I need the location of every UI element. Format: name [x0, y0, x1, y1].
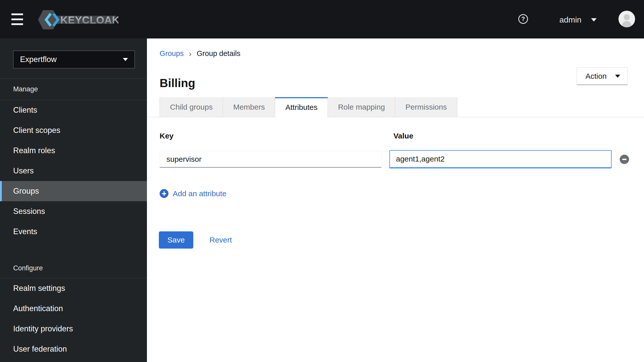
logo-hexagon	[38, 10, 58, 29]
main-content: Groups › Group details Billing Action Ch…	[147, 38, 644, 362]
sidebar: Expertflow Manage Clients Client scopes …	[0, 38, 147, 362]
keycloak-admin-console: KEYCLOAK ? admin Expertflow Manage	[0, 0, 644, 362]
nav-section-configure: Configure	[0, 258, 147, 278]
action-dropdown-button[interactable]: Action	[577, 67, 628, 85]
sidebar-item-sessions[interactable]: Sessions	[0, 201, 147, 222]
breadcrumb-separator-icon: ›	[189, 50, 192, 57]
attribute-value-input[interactable]	[389, 150, 612, 168]
action-label: Action	[585, 72, 607, 81]
masthead: KEYCLOAK ? admin	[0, 0, 644, 38]
attribute-key-input[interactable]	[160, 151, 382, 168]
breadcrumb-groups-link[interactable]: Groups	[160, 49, 184, 58]
revert-link[interactable]: Revert	[210, 231, 232, 249]
breadcrumb-current: Group details	[197, 49, 240, 58]
realm-switcher[interactable]: Expertflow	[13, 51, 135, 68]
minus-circle-icon	[622, 159, 627, 160]
page-title: Billing	[160, 76, 195, 90]
realm-name: Expertflow	[20, 55, 57, 64]
sidebar-item-authentication[interactable]: Authentication	[0, 298, 147, 319]
tab-role-mapping[interactable]: Role mapping	[328, 97, 395, 117]
sidebar-item-client-scopes[interactable]: Client scopes	[0, 120, 147, 140]
sidebar-item-realm-settings[interactable]: Realm settings	[0, 278, 147, 298]
sidebar-item-events[interactable]: Events	[0, 222, 147, 242]
sidebar-item-user-federation[interactable]: User federation	[0, 339, 147, 359]
avatar[interactable]	[618, 11, 635, 27]
help-glyph: ?	[521, 16, 525, 22]
value-column-header: Value	[393, 132, 413, 140]
tab-bar: Child groups Members Attributes Role map…	[147, 97, 644, 117]
realm-switcher-wrap: Expertflow	[0, 38, 147, 78]
caret-down-icon	[615, 75, 620, 78]
username: admin	[559, 15, 581, 25]
help-icon[interactable]: ?	[518, 14, 528, 24]
add-attribute-link[interactable]: Add an attribute	[160, 189, 226, 198]
hamburger-menu-icon[interactable]	[11, 13, 24, 26]
keycloak-logo[interactable]: KEYCLOAK	[37, 9, 119, 30]
plus-circle-icon	[160, 189, 168, 198]
chevron-down-icon	[591, 18, 597, 22]
nav-section-manage: Manage	[0, 79, 147, 100]
tab-members[interactable]: Members	[223, 97, 275, 117]
tab-attributes[interactable]: Attributes	[275, 97, 328, 117]
tab-permissions[interactable]: Permissions	[395, 97, 457, 117]
sidebar-item-identity-providers[interactable]: Identity providers	[0, 319, 147, 339]
breadcrumb: Groups › Group details	[160, 49, 240, 58]
tab-child-groups[interactable]: Child groups	[160, 97, 223, 117]
key-column-header: Key	[160, 132, 174, 140]
sidebar-item-users[interactable]: Users	[0, 161, 147, 181]
sidebar-item-realm-roles[interactable]: Realm roles	[0, 140, 147, 161]
add-attribute-label: Add an attribute	[173, 189, 226, 198]
sidebar-item-groups[interactable]: Groups	[0, 181, 147, 201]
user-menu-dropdown[interactable]: admin	[559, 15, 597, 25]
sidebar-item-clients[interactable]: Clients	[0, 100, 147, 120]
brand-text: KEYCLOAK	[60, 14, 119, 26]
save-button[interactable]: Save	[159, 231, 193, 249]
remove-attribute-button[interactable]	[620, 155, 629, 164]
chevron-down-icon	[123, 58, 128, 61]
